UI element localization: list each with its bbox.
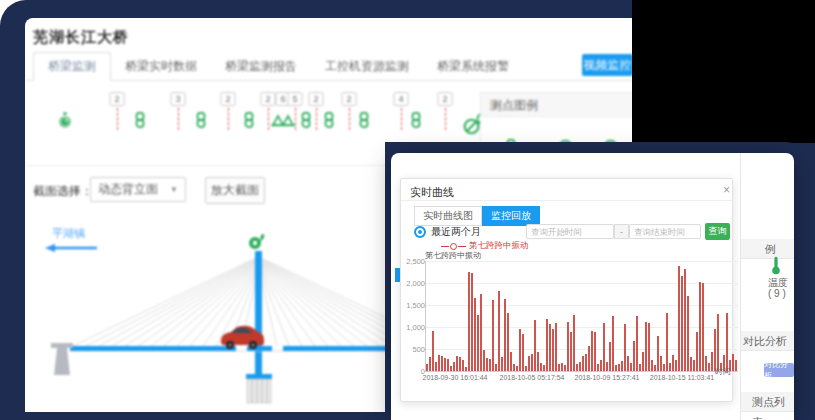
x-tick-label: 2018-10-05 05:17:54 xyxy=(492,374,572,381)
vibration-bar xyxy=(561,363,563,371)
query-end-time-input[interactable]: 查询结束时间 xyxy=(629,224,701,239)
vibration-bar xyxy=(429,357,431,371)
vibration-bar xyxy=(624,324,626,371)
anemometer-icon xyxy=(249,234,264,249)
ban-icon xyxy=(463,118,480,139)
vibration-bar xyxy=(552,329,554,371)
vibration-bar xyxy=(450,366,452,371)
vibration-bar xyxy=(711,352,713,371)
vibration-bar xyxy=(609,342,611,371)
vibration-bar xyxy=(648,323,650,371)
sensor-link[interactable] xyxy=(354,90,374,146)
vibration-bar xyxy=(477,315,479,371)
vibration-bar xyxy=(684,269,686,371)
tab-1[interactable]: 桥梁监测 xyxy=(33,52,111,81)
vibration-bar xyxy=(696,332,698,371)
section-select-dropdown[interactable]: 动态背立面 ▼ xyxy=(90,177,186,202)
sensor-dash[interactable]: 2 xyxy=(435,90,455,146)
tab-3[interactable]: 桥梁监测报告 xyxy=(211,53,311,80)
legend-dash xyxy=(441,246,449,247)
vibration-bar xyxy=(510,352,512,371)
vibration-bar xyxy=(639,364,641,371)
vibration-bar xyxy=(486,358,488,371)
vibration-chart-plot[interactable]: 2,5002,0001,5001,00050002018-09-30 16:01… xyxy=(425,261,738,372)
temperature-count: ( 9 ) xyxy=(768,288,786,299)
vibration-bar xyxy=(474,298,476,371)
close-icon[interactable]: × xyxy=(723,183,730,197)
vibration-bar xyxy=(618,364,620,371)
vibration-bar xyxy=(456,356,458,371)
sensor-dash[interactable]: 2 xyxy=(218,90,238,146)
sensor-link[interactable] xyxy=(319,90,339,146)
vibration-bar xyxy=(675,360,677,371)
vibration-bar xyxy=(582,356,584,371)
vibration-bar xyxy=(666,313,668,371)
vibration-bar xyxy=(489,359,491,371)
sidebar-header-legend: 例 xyxy=(741,239,794,259)
vibration-bar xyxy=(699,282,701,371)
vibration-bar xyxy=(438,355,440,371)
vibration-bar xyxy=(690,357,692,371)
vibration-bar xyxy=(642,352,644,371)
sensor-link[interactable] xyxy=(406,90,426,146)
sensor-gauge[interactable] xyxy=(55,90,75,146)
section-select-value: 动态背立面 xyxy=(98,181,158,198)
chevron-down-icon: ▼ xyxy=(170,185,178,194)
vibration-bar xyxy=(549,324,551,371)
vibration-bar xyxy=(633,341,635,371)
bridge-pier xyxy=(51,343,73,375)
vibration-bar xyxy=(621,361,623,371)
query-button[interactable]: 查询 xyxy=(705,223,730,240)
vibration-bar xyxy=(663,364,665,371)
compare-analysis-button[interactable]: 对比分析 xyxy=(764,363,794,377)
dash-marker xyxy=(117,108,118,130)
vibration-bar xyxy=(627,356,629,371)
vibration-bar xyxy=(507,313,509,371)
vibration-bar xyxy=(441,356,443,371)
vibration-bar xyxy=(504,299,506,371)
realtime-curve-dialog: 实时曲线 × 实时曲线图监控回放 最近两个月 查询开始时间 - 查询结束时间 查… xyxy=(400,178,733,402)
x-tick-label: 2018-10-09 15:27:41 xyxy=(567,374,647,381)
dash-marker xyxy=(349,108,350,130)
sidebar-divider xyxy=(740,153,741,420)
vibration-bar xyxy=(483,350,485,371)
tab-4[interactable]: 工控机资源监测 xyxy=(311,53,423,80)
sensor-link[interactable] xyxy=(130,90,150,146)
dialog-tab-1[interactable]: 实时曲线图 xyxy=(414,206,482,226)
vibration-bar xyxy=(735,360,737,371)
query-start-time-input[interactable]: 查询开始时间 xyxy=(526,224,614,239)
vibration-bar xyxy=(468,272,470,371)
radio-selected-icon xyxy=(414,226,426,238)
recent-range-radio[interactable]: 最近两个月 xyxy=(414,225,481,239)
vibration-bar xyxy=(519,329,521,371)
vibration-bar xyxy=(567,322,569,371)
link-icon xyxy=(196,112,206,132)
dialog-tab-2[interactable]: 监控回放 xyxy=(482,206,540,226)
y-tick-label: 1,500 xyxy=(397,301,425,310)
vibration-bar xyxy=(465,367,467,371)
vibration-bar xyxy=(432,331,434,371)
sensor-link[interactable] xyxy=(191,90,211,146)
dash-marker xyxy=(178,108,179,130)
dialog-title: 实时曲线 xyxy=(410,185,454,200)
vibration-bar xyxy=(660,356,662,371)
vibration-bar xyxy=(513,364,515,371)
sensor-link[interactable] xyxy=(239,90,259,146)
tab-5[interactable]: 桥梁系统报警 xyxy=(423,53,523,80)
vibration-bar xyxy=(543,365,545,371)
vibration-bar xyxy=(579,362,581,371)
vibration-bar xyxy=(612,316,614,371)
zoom-section-button[interactable]: 放大截面 xyxy=(205,177,265,204)
radio-label: 最近两个月 xyxy=(431,225,481,239)
sidebar-header-compare: 对比分析 xyxy=(741,331,794,351)
y-tick-label: 500 xyxy=(397,345,425,354)
sensor-count-badge: 3 xyxy=(171,92,186,106)
vibration-bar xyxy=(525,366,527,371)
sensor-dash[interactable]: 2 xyxy=(107,90,127,146)
tab-2[interactable]: 桥梁实时数据 xyxy=(111,53,211,80)
sidebar-header-point-list: 测点列表 xyxy=(741,392,794,412)
vibration-bar xyxy=(687,296,689,371)
video-monitor-button[interactable]: 视频监控 xyxy=(582,54,632,76)
sensor-dash[interactable]: 3 xyxy=(168,90,188,146)
vibration-bar xyxy=(444,358,446,371)
